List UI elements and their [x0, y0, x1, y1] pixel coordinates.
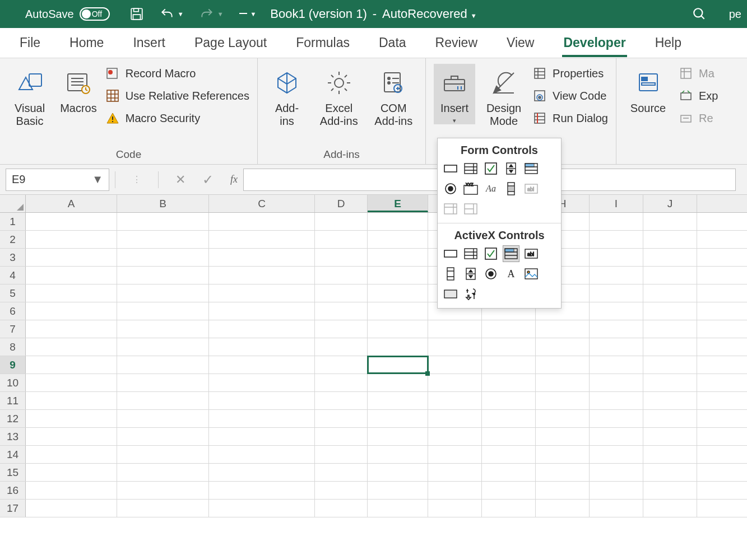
activex-more-controls-button[interactable] — [462, 286, 479, 302]
cell[interactable] — [590, 374, 643, 391]
form-checkbox-control[interactable] — [482, 160, 499, 177]
cell[interactable] — [590, 213, 643, 230]
cell[interactable] — [315, 338, 368, 356]
cell[interactable] — [315, 464, 368, 481]
tab-formulas[interactable]: Formulas — [296, 35, 350, 50]
tab-page-layout[interactable]: Page Layout — [194, 35, 267, 50]
cell[interactable] — [26, 267, 117, 284]
cell[interactable] — [26, 213, 117, 230]
use-relative-references-button[interactable]: Use Relative References — [105, 88, 249, 103]
cell[interactable] — [536, 464, 590, 481]
source-button[interactable]: Source — [624, 64, 672, 115]
row-header[interactable]: 5 — [0, 284, 26, 302]
form-combobox-control[interactable] — [462, 160, 479, 177]
properties-button[interactable]: Properties — [532, 66, 608, 81]
cell[interactable] — [26, 302, 117, 320]
options-icon[interactable]: ⋮ — [132, 174, 141, 185]
form-listbox-control[interactable] — [523, 160, 540, 177]
cell[interactable] — [482, 410, 536, 427]
cell[interactable] — [26, 356, 117, 374]
cell[interactable] — [209, 320, 315, 338]
cell[interactable] — [26, 464, 117, 481]
cell[interactable] — [26, 249, 117, 266]
cell[interactable] — [536, 410, 590, 427]
form-label-control[interactable]: Aa — [482, 180, 499, 197]
cell[interactable] — [428, 428, 482, 445]
cell[interactable] — [209, 213, 315, 230]
row-header[interactable]: 11 — [0, 392, 26, 409]
cell[interactable] — [368, 267, 428, 284]
cell[interactable] — [117, 410, 209, 427]
tab-developer[interactable]: Developer — [563, 35, 625, 50]
excel-addins-button[interactable]: Excel Add-ins — [315, 64, 363, 128]
cell[interactable] — [643, 374, 697, 391]
cell[interactable] — [315, 267, 368, 284]
undo-button[interactable]: ▼ — [160, 7, 184, 21]
view-code-button[interactable]: View Code — [532, 88, 608, 103]
row-header[interactable]: 6 — [0, 302, 26, 320]
activex-combobox-control[interactable] — [462, 245, 479, 262]
cell[interactable] — [643, 482, 697, 499]
cell[interactable] — [315, 231, 368, 248]
cell[interactable] — [590, 249, 643, 266]
cell[interactable] — [643, 428, 697, 445]
cell[interactable] — [117, 213, 209, 230]
cell[interactable] — [26, 284, 117, 302]
activex-option-button-control[interactable] — [482, 265, 499, 282]
tab-file[interactable]: File — [20, 35, 40, 50]
cell[interactable] — [117, 446, 209, 463]
tab-home[interactable]: Home — [69, 35, 104, 50]
cell[interactable] — [368, 446, 428, 463]
cell[interactable] — [590, 267, 643, 284]
column-header[interactable]: J — [643, 195, 697, 212]
cell[interactable] — [428, 500, 482, 517]
cell[interactable] — [590, 482, 643, 499]
cell[interactable] — [536, 500, 590, 517]
cell[interactable] — [590, 410, 643, 427]
activex-scrollbar-control[interactable] — [442, 265, 459, 282]
cell[interactable] — [590, 392, 643, 409]
cell[interactable] — [209, 500, 315, 517]
cell[interactable] — [315, 249, 368, 266]
cell[interactable] — [368, 482, 428, 499]
cell[interactable] — [482, 320, 536, 338]
cell[interactable] — [26, 231, 117, 248]
cell[interactable] — [315, 410, 368, 427]
form-option-button-control[interactable] — [442, 180, 459, 197]
form-spinner-control[interactable] — [503, 160, 519, 177]
cell[interactable] — [117, 338, 209, 356]
insert-controls-button[interactable]: Insert ▾ — [434, 64, 475, 124]
form-scrollbar-control[interactable] — [503, 180, 519, 197]
cell[interactable] — [26, 500, 117, 517]
activex-togglebutton-control[interactable] — [442, 286, 459, 302]
cell[interactable] — [368, 410, 428, 427]
cell[interactable] — [482, 338, 536, 356]
cell[interactable] — [368, 213, 428, 230]
cell[interactable] — [315, 500, 368, 517]
tab-view[interactable]: View — [507, 35, 534, 50]
cell[interactable] — [26, 320, 117, 338]
cell[interactable] — [117, 302, 209, 320]
cell[interactable] — [209, 302, 315, 320]
cell[interactable] — [368, 338, 428, 356]
cell[interactable] — [209, 374, 315, 391]
cell[interactable] — [117, 428, 209, 445]
cell[interactable] — [536, 392, 590, 409]
cell[interactable] — [315, 392, 368, 409]
cell[interactable] — [315, 482, 368, 499]
cell[interactable] — [209, 267, 315, 284]
activex-image-control[interactable] — [523, 265, 540, 282]
row-header[interactable]: 14 — [0, 446, 26, 463]
macro-security-button[interactable]: Macro Security — [105, 111, 249, 125]
cell[interactable] — [428, 392, 482, 409]
search-button[interactable] — [692, 7, 707, 21]
cell[interactable] — [209, 464, 315, 481]
cell[interactable] — [482, 356, 536, 374]
cell[interactable] — [590, 231, 643, 248]
cell[interactable] — [643, 356, 697, 374]
tab-data[interactable]: Data — [379, 35, 406, 50]
cell[interactable] — [428, 482, 482, 499]
refresh-data-button[interactable]: Re — [679, 111, 718, 125]
column-header[interactable]: B — [117, 195, 209, 212]
cell[interactable] — [26, 338, 117, 356]
